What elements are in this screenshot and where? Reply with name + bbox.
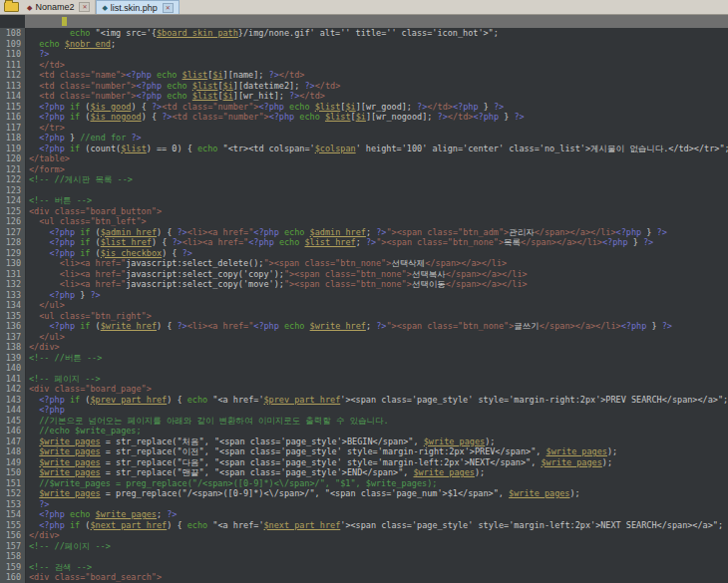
code-line[interactable]: 113 <td class="number"><?php echo $list[… — [0, 81, 728, 92]
code-line[interactable]: 141<!-- 페이지 --> — [0, 374, 728, 385]
code-text: <?php if ($prev_part_href) { echo "<a hr… — [29, 395, 728, 406]
code-text: <?php if ($is_nogood) { ?><td class="num… — [29, 112, 728, 123]
code-line[interactable]: 147 $write_pages = str_replace("처음", "<s… — [0, 437, 728, 447]
code-line[interactable]: 137 </ul> — [0, 332, 728, 343]
code-text: <td class="number"><?php echo $list[$i][… — [29, 81, 728, 92]
code-line[interactable]: 151 //$write_pages = preg_replace("/<spa… — [0, 478, 728, 489]
code-line[interactable]: 120</table> — [0, 153, 728, 164]
code-text: </tr> — [29, 123, 728, 134]
code-line[interactable]: 131 <li><a href="javascript:select_copy(… — [0, 269, 728, 280]
code-line[interactable]: 122<!-- //게시판 목록 --> — [0, 174, 728, 185]
code-line[interactable]: 150 $write_pages = str_replace("맨끝", "<s… — [0, 467, 728, 478]
code-text: <!-- 버튼 --> — [29, 195, 728, 206]
code-line[interactable]: 129 <?php if ($is_checkbox) { ?> — [0, 248, 728, 259]
code-text: //$write_pages = preg_replace("/<span>([… — [29, 478, 728, 489]
code-line[interactable]: 109 echo $nobr_end; — [0, 39, 728, 50]
code-line[interactable]: 138</div> — [0, 342, 728, 353]
close-icon[interactable]: ✕ — [163, 3, 174, 13]
code-line[interactable]: 158 — [0, 551, 728, 562]
code-line[interactable]: 114 <td class="number"><?php echo $list[… — [0, 91, 728, 102]
code-line[interactable]: 136 <?php if ($write_href) { ?><li><a hr… — [0, 321, 728, 332]
line-number: 128 — [0, 237, 21, 248]
code-text: <!-- //페이지 --> — [29, 541, 728, 552]
line-number: 140 — [0, 363, 21, 374]
line-number: 137 — [0, 332, 21, 343]
line-number: 129 — [0, 248, 21, 259]
line-number: 158 — [0, 551, 21, 562]
code-line[interactable]: 145 //기본으로 넘어오는 페이지를 아래와 같이 변환하여 이미지로도 출… — [0, 416, 728, 427]
code-line[interactable]: 130 <li><a href="javascript:select_delet… — [0, 258, 728, 269]
line-number: 121 — [0, 164, 21, 175]
code-line[interactable]: 125<div class="board_button"> — [0, 206, 728, 217]
line-number: 125 — [0, 206, 21, 217]
code-line[interactable]: 126 <ul class="btn_left"> — [0, 216, 728, 227]
modified-diamond-icon: ◆ — [102, 4, 107, 11]
code-line[interactable]: 154 <?php echo $write_pages; ?> — [0, 509, 728, 520]
line-number: 155 — [0, 520, 21, 531]
code-line[interactable]: 142<div class="board_page"> — [0, 384, 728, 395]
code-line[interactable]: 160<div class="board_search"> — [0, 572, 728, 583]
code-line[interactable]: 156</div> — [0, 530, 728, 541]
code-text: echo "<img src='{$board_skin_path}/img/n… — [29, 28, 728, 39]
document-selector-button[interactable] — [0, 0, 22, 14]
code-line[interactable]: 140 — [0, 363, 728, 374]
code-line[interactable]: 117 </tr> — [0, 123, 728, 134]
code-text: <ul class="btn_right"> — [29, 311, 728, 322]
code-line[interactable]: 152 $write_pages = preg_replace("/<span>… — [0, 488, 728, 499]
line-number: 116 — [0, 112, 21, 123]
code-line[interactable]: 108 echo "<img src='{$board_skin_path}/i… — [0, 28, 728, 39]
code-text: ?> — [29, 49, 728, 60]
code-line[interactable]: 157<!-- //페이지 --> — [0, 541, 728, 552]
line-number: 138 — [0, 342, 21, 353]
code-line[interactable]: 139<!-- //버튼 --> — [0, 353, 728, 364]
code-text: <td class="number"><?php echo $list[$i][… — [29, 91, 728, 102]
code-line[interactable]: 127 <?php if ($admin_href) { ?><li><a hr… — [0, 227, 728, 238]
code-line[interactable]: 115 <?php if ($is_good) { ?><td class="n… — [0, 102, 728, 113]
code-text: <!-- 페이지 --> — [29, 374, 728, 385]
code-text: <?php — [29, 405, 728, 416]
code-line[interactable]: 135 <ul class="btn_right"> — [0, 311, 728, 322]
line-number: 126 — [0, 216, 21, 227]
code-line[interactable]: 124<!-- 버튼 --> — [0, 195, 728, 206]
line-number: 148 — [0, 446, 21, 457]
tab-label: list.skin.php — [111, 3, 158, 13]
code-line[interactable]: 123 — [0, 185, 728, 196]
code-line[interactable]: 148 $write_pages = str_replace("이전", "<s… — [0, 446, 728, 457]
line-number: 114 — [0, 91, 21, 102]
code-line[interactable]: 128 <?php if ($list_href) { ?><li><a hre… — [0, 237, 728, 248]
code-text: <?php if ($is_checkbox) { ?> — [29, 248, 728, 259]
line-number: 109 — [0, 39, 21, 50]
code-line[interactable]: 153 ?> — [0, 499, 728, 510]
code-line[interactable]: 143 <?php if ($prev_part_href) { echo "<… — [0, 395, 728, 406]
code-text: <td class="name"><?php echo $list[$i][na… — [29, 70, 728, 81]
code-line[interactable]: 149 $write_pages = str_replace("다음", "<s… — [0, 457, 728, 468]
code-line[interactable]: 116 <?php if ($is_nogood) { ?><td class=… — [0, 112, 728, 123]
code-line[interactable]: 133 <?php } ?> — [0, 290, 728, 301]
code-line[interactable]: 155 <?php if ($next_part_href) { echo "<… — [0, 520, 728, 531]
line-number: 157 — [0, 541, 21, 552]
tab-list-skin-php[interactable]: ◆ list.skin.php ✕ — [96, 0, 179, 14]
folder-icon — [4, 2, 19, 12]
tab-noname2[interactable]: ◆ Noname2 ✕ — [22, 0, 96, 14]
code-lines: 108 echo "<img src='{$board_skin_path}/i… — [0, 28, 728, 583]
code-line[interactable]: 159<!-- 검색 --> — [0, 562, 728, 573]
code-line[interactable]: 134 </ul> — [0, 300, 728, 311]
code-line[interactable]: 119 <?php if (count($list) == 0) { echo … — [0, 144, 728, 154]
line-number: 153 — [0, 499, 21, 510]
column-ruler: ----+----1----+----2----+----3----+----4… — [25, 15, 728, 28]
code-editor[interactable]: 108 echo "<img src='{$board_skin_path}/i… — [0, 28, 728, 583]
code-line[interactable]: 112 <td class="name"><?php echo $list[$i… — [0, 70, 728, 81]
code-line[interactable]: 110 ?> — [0, 49, 728, 60]
code-line[interactable]: 121</form> — [0, 164, 728, 175]
code-text: </td> — [29, 60, 728, 71]
code-line[interactable]: 144 <?php — [0, 405, 728, 416]
code-line[interactable]: 146 //echo $write_pages; — [0, 426, 728, 437]
code-line[interactable]: 111 </td> — [0, 60, 728, 71]
code-line[interactable]: 118 <?php } //end for ?> — [0, 133, 728, 144]
code-text: <li><a href="javascript:select_copy('mov… — [29, 279, 728, 290]
line-number: 154 — [0, 509, 21, 520]
close-icon[interactable]: ✕ — [79, 2, 90, 12]
code-line[interactable]: 132 <li><a href="javascript:select_copy(… — [0, 279, 728, 290]
code-text: $write_pages = str_replace("다음", "<span … — [29, 457, 728, 468]
line-number: 133 — [0, 290, 21, 301]
